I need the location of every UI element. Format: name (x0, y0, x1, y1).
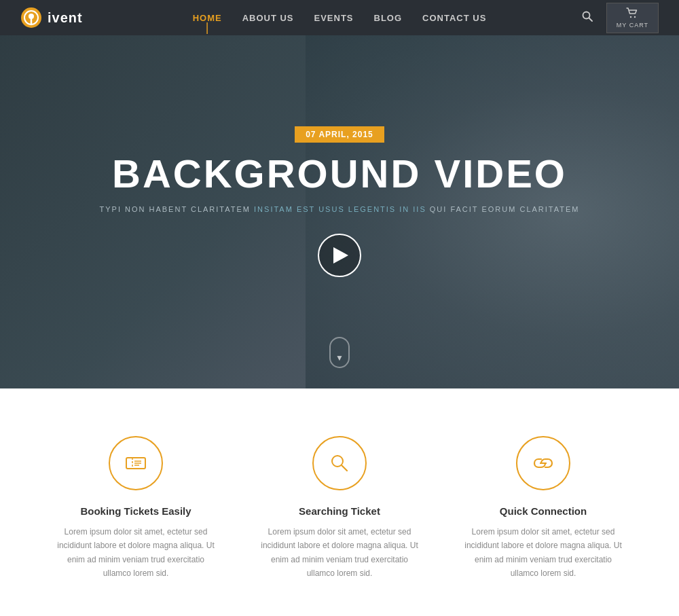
feature-searching-icon-circle (312, 436, 367, 490)
feature-searching-desc: Lorem ipsum dolor sit amet, ectetur sed … (258, 525, 421, 581)
feature-connection-title: Quick Connection (500, 505, 587, 517)
hero-subtitle: TYPI NON HABENT CLARITATEM INSITAM EST U… (99, 205, 579, 213)
logo-icon (20, 7, 42, 29)
hero-subtitle-end: QUI FACIT EORUM CLARITATEM (426, 205, 580, 213)
cart-icon (626, 7, 638, 20)
svg-line-12 (342, 466, 348, 471)
feature-booking: Booking Tickets Easily Lorem ipsum dolor… (34, 436, 238, 581)
play-button[interactable] (318, 234, 361, 277)
feature-connection-desc: Lorem ipsum dolor sit amet, ectetur sed … (462, 525, 625, 581)
svg-point-6 (634, 16, 636, 17)
hero-subtitle-plain: TYPI NON HABENT CLARITATEM (99, 205, 254, 213)
search-icon[interactable] (582, 11, 593, 24)
nav-item-events[interactable]: EVENTS (314, 13, 354, 23)
svg-line-4 (589, 18, 592, 22)
feature-connection: Quick Connection Lorem ipsum dolor sit a… (441, 436, 645, 581)
logo-text: ivent (48, 10, 83, 26)
hero-subtitle-em: INSITAM EST USUS LEGENTIS IN IIS (254, 205, 426, 213)
nav-item-about[interactable]: ABOUT US (242, 13, 294, 23)
feature-booking-icon-circle (109, 436, 163, 490)
svg-point-5 (630, 16, 631, 17)
features-section: Booking Tickets Easily Lorem ipsum dolor… (0, 388, 679, 616)
search-icon (330, 454, 349, 473)
cart-label: MY CART (617, 22, 648, 29)
header-right: MY CART (582, 3, 659, 33)
header: ivent HOME | ABOUT US EVENTS BLOG CONTAC… (0, 0, 679, 35)
feature-connection-icon-circle (516, 436, 570, 490)
logo-area: ivent (20, 7, 83, 29)
scroll-down-button[interactable]: ▼ (329, 337, 350, 368)
link-icon (533, 457, 553, 469)
nav-item-contact[interactable]: CONTACT US (422, 13, 486, 23)
nav-home-wrapper: HOME | (193, 12, 222, 24)
feature-booking-title: Booking Tickets Easily (80, 505, 191, 517)
feature-searching-title: Searching Ticket (299, 505, 380, 517)
play-triangle-icon (333, 247, 348, 264)
svg-point-11 (332, 456, 343, 467)
scroll-arrow-icon: ▼ (335, 353, 344, 363)
hero-content: 07 APRIL, 2015 BACKGROUND VIDEO TYPI NON… (99, 126, 579, 277)
feature-searching: Searching Ticket Lorem ipsum dolor sit a… (238, 436, 441, 581)
hero-date-badge: 07 APRIL, 2015 (295, 126, 384, 143)
nav-item-blog[interactable]: BLOG (374, 13, 403, 23)
hero-section: 07 APRIL, 2015 BACKGROUND VIDEO TYPI NON… (0, 35, 679, 388)
feature-booking-desc: Lorem ipsum dolor sit amet, ectetur sed … (54, 525, 217, 581)
cart-button[interactable]: MY CART (606, 3, 659, 33)
hero-title: BACKGROUND VIDEO (112, 152, 567, 196)
main-nav: HOME | ABOUT US EVENTS BLOG CONTACT US (193, 12, 487, 24)
nav-active-indicator: | (206, 20, 209, 35)
ticket-icon (126, 456, 146, 471)
